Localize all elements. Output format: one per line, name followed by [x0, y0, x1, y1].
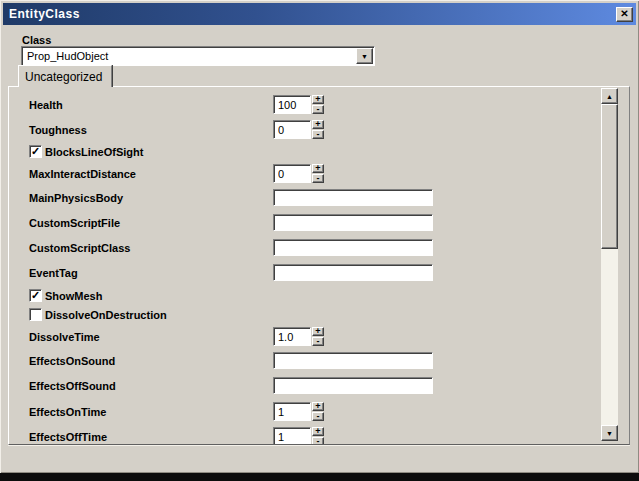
number-field-group: +-: [273, 120, 324, 139]
tab-label: Uncategorized: [25, 70, 102, 84]
number-input[interactable]: [273, 402, 311, 421]
property-row: ✓BlocksLineOfSight: [29, 145, 599, 158]
property-label: ShowMesh: [45, 290, 102, 302]
property-row: EffectsOnSound: [29, 352, 599, 369]
property-row: CustomScriptClass: [29, 239, 599, 256]
spin-down-button[interactable]: -: [312, 412, 324, 421]
close-button[interactable]: ✕: [616, 7, 633, 22]
property-row: DissolveOnDestruction: [29, 308, 599, 321]
property-row: Health+-: [29, 95, 599, 114]
entityclass-dialog: EntityClass ✕ Class Prop_HudObject ▼ Unc…: [0, 0, 639, 473]
scroll-up-button[interactable]: ▲: [601, 88, 618, 104]
spin-down-button[interactable]: -: [312, 174, 324, 183]
class-combobox-dropdown-button[interactable]: ▼: [356, 48, 373, 64]
title-bar: EntityClass ✕: [3, 3, 636, 25]
spinner: +-: [312, 95, 324, 114]
spin-down-icon: -: [317, 438, 320, 445]
close-icon: ✕: [620, 9, 628, 19]
window-title: EntityClass: [9, 7, 616, 21]
spin-up-button[interactable]: +: [312, 120, 324, 129]
spinner: +-: [312, 120, 324, 139]
arrow-up-icon: ▲: [606, 93, 613, 100]
spin-up-button[interactable]: +: [312, 164, 324, 173]
spinner: +-: [312, 402, 324, 421]
property-form: Health+-Toughness+-✓BlocksLineOfSightMax…: [9, 87, 599, 444]
spin-down-icon: -: [317, 106, 320, 113]
check-icon: ✓: [31, 146, 40, 157]
property-label: BlocksLineOfSight: [45, 146, 143, 158]
checkbox[interactable]: ✓: [29, 145, 42, 158]
number-input[interactable]: [273, 427, 311, 444]
spin-down-button[interactable]: -: [312, 105, 324, 114]
property-row: EffectsOnTime+-: [29, 402, 599, 421]
spinner: +-: [312, 427, 324, 444]
number-input[interactable]: [273, 95, 311, 114]
spin-down-button[interactable]: -: [312, 437, 324, 444]
property-label: DissolveOnDestruction: [45, 309, 167, 321]
chevron-down-icon: ▼: [361, 53, 368, 60]
spin-up-icon: +: [315, 328, 320, 335]
class-label: Class: [22, 34, 51, 46]
spin-up-icon: +: [315, 96, 320, 103]
number-field-group: +-: [273, 164, 324, 183]
property-row: ✓ShowMesh: [29, 289, 599, 302]
spin-down-icon: -: [317, 413, 320, 420]
number-field-group: +-: [273, 95, 324, 114]
text-input[interactable]: [273, 264, 433, 281]
property-row: EffectsOffSound: [29, 377, 599, 394]
text-input[interactable]: [273, 214, 433, 231]
property-label: EffectsOnSound: [29, 355, 115, 367]
property-label: Toughness: [29, 124, 87, 136]
spin-down-button[interactable]: -: [312, 337, 324, 346]
property-label: EventTag: [29, 267, 78, 279]
class-combobox[interactable]: Prop_HudObject ▼: [21, 46, 375, 66]
property-row: MainPhysicsBody: [29, 189, 599, 206]
number-input[interactable]: [273, 164, 311, 183]
property-row: EffectsOffTime+-: [29, 427, 599, 444]
checkbox[interactable]: [29, 308, 42, 321]
spin-up-icon: +: [315, 403, 320, 410]
property-label: MaxInteractDistance: [29, 168, 136, 180]
spin-up-button[interactable]: +: [312, 327, 324, 336]
spin-up-button[interactable]: +: [312, 427, 324, 436]
text-input[interactable]: [273, 189, 433, 206]
spin-up-icon: +: [315, 165, 320, 172]
spinner: +-: [312, 327, 324, 346]
number-field-group: +-: [273, 427, 324, 444]
property-label: CustomScriptClass: [29, 242, 130, 254]
property-row: DissolveTime+-: [29, 327, 599, 346]
number-input[interactable]: [273, 327, 311, 346]
property-label: Health: [29, 99, 63, 111]
tab-uncategorized[interactable]: Uncategorized: [18, 65, 112, 87]
property-row: CustomScriptFile: [29, 214, 599, 231]
text-input[interactable]: [273, 239, 433, 256]
number-field-group: +-: [273, 402, 324, 421]
property-label: EffectsOffSound: [29, 380, 116, 392]
vertical-scrollbar[interactable]: ▲ ▼: [601, 88, 618, 441]
text-input[interactable]: [273, 352, 433, 369]
text-input[interactable]: [273, 377, 433, 394]
checkbox[interactable]: ✓: [29, 289, 42, 302]
spin-down-icon: -: [317, 338, 320, 345]
property-label: DissolveTime: [29, 331, 100, 343]
property-row: Toughness+-: [29, 120, 599, 139]
number-input[interactable]: [273, 120, 311, 139]
spin-down-button[interactable]: -: [312, 130, 324, 139]
spin-up-icon: +: [315, 428, 320, 435]
class-combobox-value: Prop_HudObject: [22, 50, 356, 62]
spin-up-button[interactable]: +: [312, 95, 324, 104]
scroll-down-button[interactable]: ▼: [601, 425, 618, 441]
number-field-group: +-: [273, 327, 324, 346]
properties-panel: Health+-Toughness+-✓BlocksLineOfSightMax…: [8, 86, 630, 445]
spin-up-button[interactable]: +: [312, 402, 324, 411]
spinner: +-: [312, 164, 324, 183]
arrow-down-icon: ▼: [606, 430, 613, 437]
spin-up-icon: +: [315, 121, 320, 128]
spin-down-icon: -: [317, 175, 320, 182]
property-label: EffectsOffTime: [29, 431, 107, 443]
property-row: EventTag: [29, 264, 599, 281]
property-label: EffectsOnTime: [29, 406, 106, 418]
check-icon: ✓: [31, 290, 40, 301]
property-label: MainPhysicsBody: [29, 192, 123, 204]
scrollbar-thumb[interactable]: [601, 104, 618, 249]
